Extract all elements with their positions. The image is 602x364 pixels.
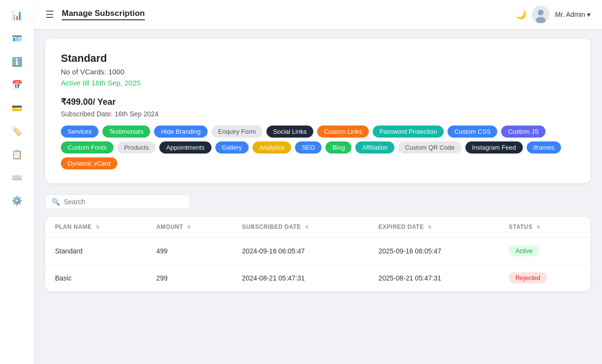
col-plan-name[interactable]: PLAN NAME ⇅ bbox=[45, 217, 147, 238]
vcard-count: No of VCards: 1000 bbox=[61, 68, 575, 76]
feature-tag: Custom JS bbox=[501, 126, 546, 138]
content-area: Standard No of VCards: 1000 Active till … bbox=[34, 29, 602, 364]
cell-expired-date: 2025-08-21 05:47:31 bbox=[369, 265, 499, 292]
settings-icon[interactable]: ⚙️ bbox=[7, 191, 27, 210]
subscription-card: Standard No of VCards: 1000 Active till … bbox=[45, 39, 590, 183]
chevron-down-icon: ▾ bbox=[587, 11, 590, 18]
svg-point-1 bbox=[538, 10, 544, 15]
table-row: Basic 299 2024-08-21 05:47:31 2025-08-21… bbox=[45, 265, 590, 292]
payment-icon[interactable]: 💳 bbox=[7, 98, 27, 118]
feature-tag: Instagram Feed bbox=[465, 141, 523, 154]
search-icon: 🔍 bbox=[52, 198, 60, 206]
price: ₹499.00/ Year bbox=[61, 97, 575, 107]
cell-subscribed-date: 2024-08-21 05:47:31 bbox=[232, 265, 369, 292]
status-badge: Rejected bbox=[509, 272, 547, 283]
feature-tag: Products bbox=[117, 141, 155, 154]
feature-tag: Custom QR Code bbox=[398, 141, 462, 154]
header-left: ☰ Manage Subscription bbox=[45, 9, 145, 20]
header: ☰ Manage Subscription 🌙 Mr. Admin ▾ bbox=[34, 0, 602, 29]
cell-amount: 299 bbox=[147, 265, 233, 292]
admin-menu[interactable]: Mr. Admin ▾ bbox=[555, 11, 590, 18]
feature-tag: Gallery bbox=[215, 141, 249, 154]
hamburger-icon[interactable]: ☰ bbox=[45, 9, 54, 20]
feature-tag: Blog bbox=[325, 141, 351, 154]
status-badge: Active bbox=[509, 245, 539, 256]
plan-name: Standard bbox=[61, 52, 575, 65]
keyboard-icon[interactable]: ⌨️ bbox=[7, 168, 27, 187]
cell-expired-date: 2025-09-16 06:05:47 bbox=[369, 238, 499, 265]
search-bar[interactable]: 🔍 bbox=[45, 195, 190, 209]
feature-tag: Testimonials bbox=[102, 126, 151, 138]
col-expired-date[interactable]: EXPIRED DATE ⇅ bbox=[369, 217, 499, 238]
search-input[interactable] bbox=[64, 198, 184, 206]
badge-icon[interactable]: 🏷️ bbox=[7, 122, 27, 141]
subscription-table: PLAN NAME ⇅ AMOUNT ⇅ SUBSCRIBED DATE ⇅ bbox=[45, 217, 590, 291]
feature-tag: Dynamic vCard bbox=[61, 157, 117, 169]
chart-icon[interactable]: 📊 bbox=[7, 6, 27, 25]
avatar bbox=[532, 6, 549, 23]
feature-tag: Analytics bbox=[252, 141, 291, 154]
feature-tags: ServicesTestimonialsHide BrandingEnquiry… bbox=[61, 126, 575, 169]
sort-icon: ⇅ bbox=[536, 224, 541, 230]
feature-tag: Custom Links bbox=[317, 126, 369, 138]
cell-status: Rejected bbox=[499, 265, 590, 292]
feature-tag: SEO bbox=[295, 141, 322, 154]
feature-tag: Custom CSS bbox=[448, 126, 497, 138]
table-icon[interactable]: 📋 bbox=[7, 145, 27, 164]
cell-plan-name: Standard bbox=[45, 238, 147, 265]
sort-icon: ⇅ bbox=[428, 224, 432, 230]
feature-tag: Hide Branding bbox=[154, 126, 207, 138]
table-row: Standard 499 2024-09-16 06:05:47 2025-09… bbox=[45, 238, 590, 265]
table-header-row: PLAN NAME ⇅ AMOUNT ⇅ SUBSCRIBED DATE ⇅ bbox=[45, 217, 590, 238]
page-title: Manage Subscription bbox=[62, 9, 145, 20]
sort-icon: ⇅ bbox=[96, 224, 100, 230]
feature-tag: Password Protection bbox=[373, 126, 444, 138]
col-amount[interactable]: AMOUNT ⇅ bbox=[147, 217, 233, 238]
cell-subscribed-date: 2024-09-16 06:05:47 bbox=[232, 238, 369, 265]
calendar-icon[interactable]: 📅 bbox=[7, 75, 27, 95]
cell-amount: 499 bbox=[147, 238, 233, 265]
feature-tag: Iframes bbox=[527, 141, 561, 154]
sort-icon: ⇅ bbox=[187, 224, 191, 230]
feature-tag: Social Links bbox=[266, 126, 313, 138]
cell-status: Active bbox=[499, 238, 590, 265]
feature-tag: Affiliation bbox=[355, 141, 394, 154]
feature-tag: Enquiry Form bbox=[211, 126, 263, 138]
cell-plan-name: Basic bbox=[45, 265, 147, 292]
subscribed-date: Subscribed Date: 16th Sep 2024 bbox=[61, 110, 575, 118]
id-card-icon[interactable]: 🪪 bbox=[7, 29, 27, 48]
dark-mode-toggle[interactable]: 🌙 bbox=[516, 9, 526, 20]
feature-tag: Appointments bbox=[159, 141, 211, 154]
info-icon[interactable]: ℹ️ bbox=[7, 52, 27, 71]
main-area: ☰ Manage Subscription 🌙 Mr. Admin ▾ bbox=[34, 0, 602, 364]
sort-icon: ⇅ bbox=[305, 224, 309, 230]
col-status[interactable]: STATUS ⇅ bbox=[499, 217, 590, 238]
feature-tag: Custom Fonts bbox=[61, 141, 113, 154]
feature-tag: Services bbox=[61, 126, 98, 138]
sidebar: 📊 🪪 ℹ️ 📅 💳 🏷️ 📋 ⌨️ ⚙️ bbox=[0, 0, 34, 364]
col-subscribed-date[interactable]: SUBSCRIBED DATE ⇅ bbox=[232, 217, 369, 238]
header-right: 🌙 Mr. Admin ▾ bbox=[516, 6, 590, 23]
active-till: Active till 16th Sep, 2025 bbox=[61, 79, 575, 87]
